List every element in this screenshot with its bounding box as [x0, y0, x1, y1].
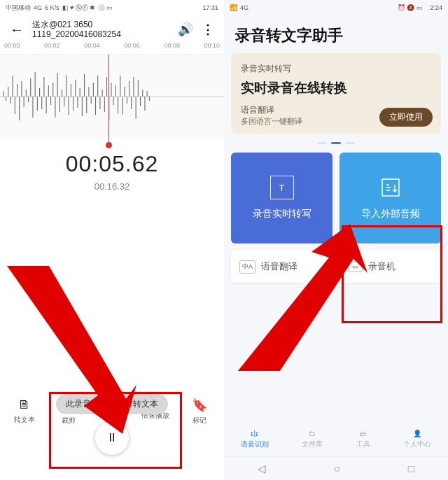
network-icon: 📶	[230, 4, 237, 11]
network-label: 4G	[240, 4, 248, 11]
tab-label: 文件库	[302, 439, 323, 449]
bookmark-icon: 🔖	[192, 397, 207, 413]
alarm-icon: ⏰ 🔕 ▭	[398, 4, 423, 11]
dot[interactable]	[317, 142, 327, 144]
status-bar: 中国移动 4G 6 K/s ◧ ♥ ⓃⒻ ✱ ⚪ ▭ 17:31	[0, 0, 224, 15]
tool-label: 转文本	[14, 415, 35, 425]
current-time: 00:05.62	[0, 151, 224, 177]
to-text-icon: 🗎	[18, 397, 31, 412]
banner-cta-button[interactable]: 立即使用	[379, 108, 433, 127]
tool-bookmark[interactable]: 🔖标记	[180, 397, 219, 425]
import-icon	[379, 176, 402, 199]
tick: 00:00	[4, 42, 20, 54]
card-label: 录音机	[368, 260, 396, 273]
tab-label: 语音识别	[241, 439, 269, 449]
tick: 00:10	[204, 42, 220, 54]
tab-label: 个人中心	[403, 439, 431, 449]
tab-tools[interactable]: 🗁工具	[356, 430, 370, 449]
tick: 00:04	[84, 42, 100, 54]
phone-right: 📶4G ⏰ 🔕 ▭ 2:24 录音转文字助手 录音实时转写 实时录音在线转换 语…	[224, 0, 448, 480]
nav-home[interactable]: ○	[334, 463, 340, 474]
header: ← 送水@021 3650 1119_20200416083254 🔊 ⋮	[0, 15, 224, 42]
status-icons: ◧ ♥ ⓃⒻ ✱ ⚪ ▭	[62, 3, 113, 13]
tile-import-audio[interactable]: 导入外部音频	[340, 153, 441, 243]
tile-label: 录音实时转写	[253, 208, 312, 220]
back-button[interactable]: ←	[10, 22, 24, 38]
tile-realtime-transcribe[interactable]: T 录音实时转写	[231, 153, 332, 243]
status-bar: 📶4G ⏰ 🔕 ▭ 2:24	[224, 0, 448, 15]
nav-back[interactable]: ◁	[258, 463, 266, 475]
tile-label: 导入外部音频	[361, 208, 420, 220]
carrier-label: 中国移动	[6, 3, 31, 13]
clock: 2:24	[430, 4, 442, 11]
recorder-icon: ▭	[348, 261, 363, 272]
card-recorder[interactable]: ▭录音机	[340, 250, 441, 283]
play-pause-button[interactable]: II	[95, 421, 129, 455]
tab-icon: 👤	[413, 430, 421, 437]
toast-message: 此录音文件不支持转文本	[56, 394, 168, 414]
tick: 00:02	[44, 42, 60, 54]
title-line1: 送水@021 3650	[32, 20, 169, 29]
pager-dots	[224, 142, 448, 144]
transcribe-icon: T	[270, 176, 294, 199]
phone-left: 中国移动 4G 6 K/s ◧ ♥ ⓃⒻ ✱ ⚪ ▭ 17:31 ← 送水@02…	[0, 0, 224, 480]
duration: 00:16.32	[0, 181, 224, 192]
bottom-area: 🗎转文本 ɪ|ɪ裁剪 🔇静音 ⟳1.0倍速播放 🔖标记 此录音文件不支持转文本 …	[0, 392, 224, 467]
secondary-row: 中A语音翻译 ▭录音机	[224, 243, 448, 290]
nav-recent[interactable]: □	[408, 463, 414, 474]
clock: 17:31	[202, 4, 218, 11]
feature-grid: T 录音实时转写 导入外部音频	[224, 153, 448, 243]
tick: 00:08	[164, 42, 180, 54]
bottom-tabs: ɪ|ɪ语音识别 🗀文件库 🗁工具 👤个人中心	[224, 424, 448, 455]
tab-icon: 🗁	[360, 430, 367, 437]
card-label: 语音翻译	[261, 260, 298, 273]
tab-files[interactable]: 🗀文件库	[302, 430, 323, 449]
tab-recognize[interactable]: ɪ|ɪ语音识别	[241, 430, 269, 449]
more-icon[interactable]: ⋮	[202, 22, 214, 37]
speaker-icon[interactable]: 🔊	[178, 22, 193, 37]
dot-active[interactable]	[331, 142, 341, 144]
tab-icon: ɪ|ɪ	[251, 430, 258, 437]
network-label: 4G	[34, 4, 42, 11]
banner-sub1: 录音实时转写	[241, 63, 431, 75]
tab-icon: 🗀	[309, 430, 316, 437]
tool-label: 标记	[192, 416, 206, 425]
pause-icon: II	[109, 432, 115, 444]
promo-banner[interactable]: 录音实时转写 实时录音在线转换 语音翻译 多国语言一键翻译 立即使用	[231, 53, 441, 134]
dot[interactable]	[345, 142, 355, 144]
translate-icon: 中A	[239, 260, 255, 274]
tab-label: 工具	[356, 439, 370, 449]
playhead[interactable]	[108, 55, 109, 143]
tool-to-text[interactable]: 🗎转文本	[5, 397, 44, 425]
waveform[interactable]	[0, 55, 224, 139]
banner-main: 实时录音在线转换	[241, 79, 431, 97]
android-nav-bar: ◁ ○ □	[224, 456, 448, 480]
time-ruler: 00:00 00:02 00:04 00:06 00:08 00:10	[0, 42, 224, 55]
tab-me[interactable]: 👤个人中心	[403, 430, 431, 449]
speed-label: 6 K/s	[45, 4, 59, 11]
tool-label: 裁剪	[62, 416, 76, 425]
tick: 00:06	[124, 42, 140, 54]
recording-title: 送水@021 3650 1119_20200416083254	[32, 20, 169, 39]
app-title: 录音转文字助手	[224, 15, 448, 53]
card-voice-translate[interactable]: 中A语音翻译	[231, 250, 332, 283]
title-line2: 1119_20200416083254	[32, 29, 169, 39]
